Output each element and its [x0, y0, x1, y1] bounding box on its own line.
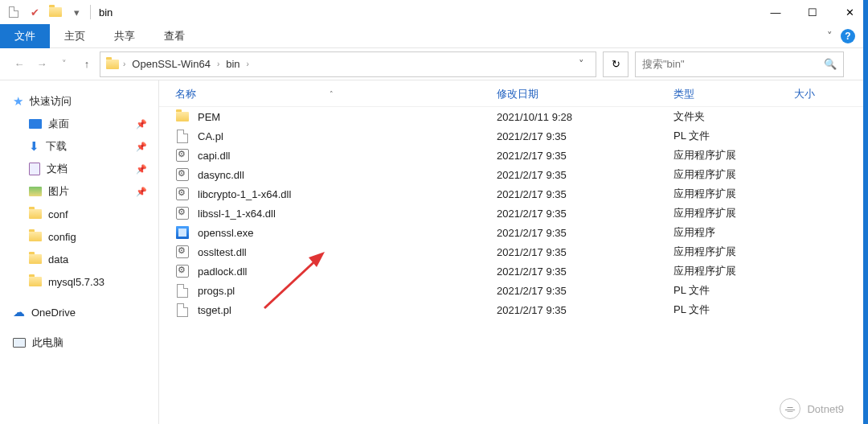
wechat-icon: ⌯	[780, 398, 800, 419]
qat-check-icon[interactable]: ✔	[26, 3, 43, 21]
file-name: capi.dll	[198, 150, 230, 162]
expand-ribbon-icon[interactable]: ˅	[827, 30, 833, 42]
window-title: bin	[99, 6, 113, 19]
sidebar-onedrive[interactable]: ☁ OneDrive	[0, 301, 158, 323]
window-edge	[863, 0, 868, 424]
chevron-right-icon: ›	[247, 60, 249, 68]
sidebar-item-label: config	[48, 231, 76, 243]
sidebar-item-label: conf	[48, 208, 68, 220]
qat-dropdown-icon[interactable]: ▾	[68, 3, 85, 21]
file-type: 应用程序	[674, 225, 794, 240]
sidebar-item-label: mysql5.7.33	[48, 276, 104, 288]
file-date: 2021/10/11 9:28	[497, 111, 674, 123]
watermark-text: Dotnet9	[807, 403, 844, 415]
gear-icon	[176, 168, 189, 181]
folder-icon[interactable]	[47, 3, 64, 21]
file-name: openssl.exe	[198, 227, 253, 239]
file-name: progs.pl	[198, 285, 235, 297]
main-area: ★ 快速访问 桌面 📌 ⬇ 下载 📌 文档 📌 图片 📌 conf	[0, 80, 868, 424]
file-name: dasync.dll	[198, 169, 244, 181]
breadcrumb-part[interactable]: bin	[223, 58, 243, 70]
folder-icon	[29, 209, 42, 219]
search-icon[interactable]: 🔍	[824, 58, 837, 70]
column-date[interactable]: 修改日期	[497, 87, 674, 101]
refresh-button[interactable]: ↻	[603, 51, 628, 77]
search-input[interactable]	[642, 58, 824, 70]
file-row[interactable]: padlock.dll2021/2/17 9:35应用程序扩展	[159, 261, 868, 281]
file-row[interactable]: capi.dll2021/2/17 9:35应用程序扩展	[159, 146, 868, 165]
file-type: 应用程序扩展	[674, 264, 794, 278]
tab-file[interactable]: 文件	[0, 24, 50, 48]
sidebar-item-config[interactable]: config	[0, 225, 158, 248]
column-type[interactable]: 类型	[674, 87, 794, 101]
sidebar-quick-access[interactable]: ★ 快速访问	[0, 90, 158, 113]
file-date: 2021/2/17 9:35	[497, 227, 674, 239]
file-date: 2021/2/17 9:35	[497, 208, 674, 220]
file-name: CA.pl	[198, 130, 223, 142]
file-type: 应用程序扩展	[674, 206, 794, 220]
sidebar-item-pictures[interactable]: 图片 📌	[0, 180, 158, 203]
separator	[90, 5, 91, 19]
column-size[interactable]: 大小	[794, 87, 868, 101]
tab-home[interactable]: 主页	[50, 24, 100, 48]
file-row[interactable]: libssl-1_1-x64.dll2021/2/17 9:35应用程序扩展	[159, 204, 868, 223]
file-date: 2021/2/17 9:35	[497, 169, 674, 181]
file-date: 2021/2/17 9:35	[497, 246, 674, 258]
file-name: padlock.dll	[198, 266, 247, 278]
file-type: PL 文件	[674, 303, 794, 317]
file-row[interactable]: dasync.dll2021/2/17 9:35应用程序扩展	[159, 165, 868, 184]
recent-locations-icon[interactable]: ˅	[55, 55, 74, 74]
qat-properties-icon[interactable]	[5, 3, 23, 21]
sidebar-item-mysql[interactable]: mysql5.7.33	[0, 270, 158, 293]
pin-icon: 📌	[136, 187, 147, 197]
up-button[interactable]: ↑	[77, 55, 96, 74]
file-type: 文件夹	[674, 109, 794, 124]
file-icon	[177, 130, 188, 143]
forward-button[interactable]: →	[32, 55, 51, 74]
file-row[interactable]: ossltest.dll2021/2/17 9:35应用程序扩展	[159, 242, 868, 261]
breadcrumb[interactable]: › OpenSSL-Win64 › bin › ˅	[100, 51, 596, 77]
column-name[interactable]: 名称 ˄	[175, 87, 497, 101]
chevron-down-icon[interactable]: ˅	[572, 58, 591, 70]
tab-share[interactable]: 共享	[100, 24, 149, 48]
pc-icon	[13, 338, 26, 348]
file-date: 2021/2/17 9:35	[497, 188, 674, 200]
file-name: ossltest.dll	[198, 246, 247, 258]
sidebar-item-documents[interactable]: 文档 📌	[0, 158, 158, 180]
gear-icon	[176, 149, 189, 162]
back-button[interactable]: ←	[10, 55, 29, 74]
sidebar-item-data[interactable]: data	[0, 248, 158, 270]
minimize-button[interactable]: —	[757, 0, 794, 24]
breadcrumb-part[interactable]: OpenSSL-Win64	[129, 58, 214, 70]
desktop-icon	[29, 119, 42, 129]
help-icon[interactable]: ?	[841, 29, 855, 43]
search-box[interactable]: 🔍	[635, 51, 844, 77]
file-row[interactable]: PEM2021/10/11 9:28文件夹	[159, 107, 868, 126]
chevron-right-icon: ›	[123, 60, 125, 68]
folder-icon	[29, 232, 42, 241]
file-row[interactable]: tsget.pl2021/2/17 9:35PL 文件	[159, 300, 868, 319]
sidebar-item-conf[interactable]: conf	[0, 203, 158, 225]
sidebar-item-label: 桌面	[48, 117, 69, 131]
file-name: libssl-1_1-x64.dll	[198, 208, 276, 220]
navigation-pane: ★ 快速访问 桌面 📌 ⬇ 下载 📌 文档 📌 图片 📌 conf	[0, 80, 159, 424]
file-type: PL 文件	[674, 283, 794, 298]
file-row[interactable]: CA.pl2021/2/17 9:35PL 文件	[159, 126, 868, 146]
maximize-button[interactable]: ☐	[794, 0, 831, 24]
file-row[interactable]: libcrypto-1_1-x64.dll2021/2/17 9:35应用程序扩…	[159, 184, 868, 204]
sidebar-this-pc[interactable]: 此电脑	[0, 331, 158, 354]
folder-icon	[29, 254, 42, 264]
chevron-right-icon: ›	[217, 60, 219, 68]
sidebar-item-label: data	[48, 253, 68, 266]
tab-view[interactable]: 查看	[149, 24, 199, 48]
titlebar: ✔ ▾ bin — ☐ ✕	[0, 0, 868, 24]
folder-icon	[106, 60, 119, 69]
file-row[interactable]: progs.pl2021/2/17 9:35PL 文件	[159, 281, 868, 300]
sidebar-item-label: 此电脑	[32, 335, 63, 350]
sidebar-item-label: 图片	[48, 184, 69, 199]
sidebar-item-desktop[interactable]: 桌面 📌	[0, 113, 158, 135]
watermark: ⌯ Dotnet9	[780, 398, 844, 419]
file-date: 2021/2/17 9:35	[497, 266, 674, 278]
file-row[interactable]: openssl.exe2021/2/17 9:35应用程序	[159, 223, 868, 242]
sidebar-item-downloads[interactable]: ⬇ 下载 📌	[0, 135, 158, 158]
